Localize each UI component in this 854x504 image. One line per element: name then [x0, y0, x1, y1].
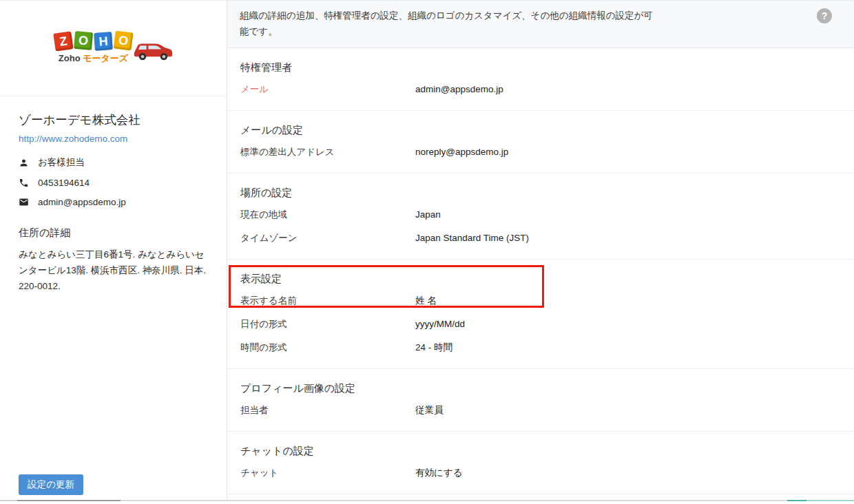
- section-profile-image-settings: プロフィール画像の設定 担当者 従業員: [227, 369, 854, 432]
- row-label: チャット: [240, 467, 415, 479]
- section-locale-settings: 場所の設定 現在の地域 Japan タイムゾーン Japan Standard …: [227, 174, 854, 260]
- scrollbar-track-right: [121, 500, 787, 501]
- row-label: 日付の形式: [240, 318, 415, 330]
- settings-row: タイムゾーン Japan Standard Time (JST): [240, 227, 841, 250]
- settings-row: 担当者 従業員: [240, 399, 841, 422]
- mail-icon: [19, 197, 29, 207]
- section-title: 場所の設定: [240, 180, 841, 203]
- car-icon: [132, 38, 174, 64]
- section-display-settings: 表示設定 表示する名前 姓 名 日付の形式 yyyy/MM/dd 時間の形式 2…: [227, 260, 854, 369]
- logo-block-o2: O: [114, 30, 134, 50]
- contact-row-person: お客様担当: [19, 156, 208, 169]
- company-info-panel: ゾーホーデモ株式会社 http://www.zohodemo.com お客様担当…: [0, 96, 227, 295]
- scrollbar-teal-light-segment: [806, 500, 854, 501]
- settings-row: 標準の差出人アドレス noreply@appsdemo.jp: [240, 140, 841, 164]
- phone-icon: [19, 178, 29, 188]
- row-label: 担当者: [240, 404, 415, 417]
- organization-settings-panel: 組織の詳細の追加、特権管理者の設定、組織のロゴのカスタマイズ、その他の組織情報の…: [227, 1, 854, 501]
- row-label: 表示する名前: [240, 295, 415, 307]
- app-window: Z O H O Zoho モーターズ: [0, 0, 854, 501]
- logo-block-h: H: [94, 32, 113, 51]
- horizontal-scrollbar: [0, 500, 854, 501]
- row-value: noreply@appsdemo.jp: [415, 147, 508, 157]
- contact-row-email: admin@appsdemo.jp: [19, 197, 208, 207]
- row-value: 24 - 時間: [415, 342, 452, 354]
- row-value: 有効にする: [415, 467, 462, 479]
- logo-area: Z O H O Zoho モーターズ: [0, 1, 227, 96]
- settings-row: メール admin@appsdemo.jp: [240, 78, 841, 101]
- contact-email-text: admin@appsdemo.jp: [38, 197, 126, 207]
- address-text: みなとみらい三丁目6番1号. みなとみらいセンタービル13階. 横浜市西区. 神…: [19, 246, 208, 295]
- logo-brand-suffix-text: モーターズ: [83, 53, 128, 63]
- section-title: 表示設定: [240, 266, 841, 289]
- section-mail-settings: メールの設定 標準の差出人アドレス noreply@appsdemo.jp: [227, 111, 854, 174]
- person-icon: [19, 158, 29, 168]
- contact-row-phone: 0453194614: [19, 178, 208, 188]
- row-value: 姓 名: [415, 295, 437, 307]
- section-title: メールの設定: [240, 117, 841, 140]
- section-title: チャットの設定: [240, 438, 841, 461]
- settings-row: チャット 有効にする: [240, 461, 841, 485]
- contact-phone-text: 0453194614: [38, 178, 90, 188]
- row-value: yyyy/MM/dd: [415, 319, 465, 329]
- company-name: ゾーホーデモ株式会社: [19, 112, 208, 128]
- logo-brand-text: Zoho: [59, 53, 81, 63]
- scrollbar-track-left: [0, 500, 17, 501]
- row-label-email-link[interactable]: メール: [240, 83, 415, 96]
- logo-block-z: Z: [53, 31, 73, 51]
- settings-row: 日付の形式 yyyy/MM/dd: [240, 313, 841, 336]
- zoho-motors-logo: Z O H O Zoho モーターズ: [54, 32, 172, 65]
- logo-letter-blocks: Z O H O: [54, 32, 132, 50]
- row-label: 時間の形式: [240, 342, 415, 354]
- logo-wordmark: Zoho モーターズ: [54, 52, 132, 65]
- section-title: プロフィール画像の設定: [240, 375, 841, 399]
- settings-row: 現在の地域 Japan: [240, 203, 841, 227]
- row-value: Japan: [415, 209, 441, 220]
- section-title: 特権管理者: [240, 54, 841, 78]
- sidebar: Z O H O Zoho モーターズ: [0, 1, 227, 501]
- row-label: タイムゾーン: [240, 232, 415, 244]
- scrollbar-teal-segment: [787, 500, 806, 501]
- address-section-title: 住所の詳細: [19, 227, 208, 240]
- row-value: 従業員: [415, 404, 444, 417]
- settings-row: 表示する名前 姓 名: [240, 289, 841, 313]
- section-chat-settings: チャットの設定 チャット 有効にする: [227, 432, 854, 494]
- company-website-link[interactable]: http://www.zohodemo.com: [19, 134, 208, 144]
- row-label: 標準の差出人アドレス: [240, 146, 415, 158]
- description-bar: 組織の詳細の追加、特権管理者の設定、組織のロゴのカスタマイズ、その他の組織情報の…: [227, 1, 854, 48]
- section-super-admin: 特権管理者 メール admin@appsdemo.jp: [227, 48, 854, 111]
- scrollbar-thumb[interactable]: [17, 500, 121, 501]
- contact-person-text: お客様担当: [38, 156, 85, 169]
- description-text: 組織の詳細の追加、特権管理者の設定、組織のロゴのカスタマイズ、その他の組織情報の…: [240, 8, 653, 40]
- help-icon[interactable]: ?: [817, 8, 832, 23]
- settings-row: 時間の形式 24 - 時間: [240, 336, 841, 359]
- row-value: admin@appsdemo.jp: [415, 84, 503, 94]
- row-label: 現在の地域: [240, 209, 415, 221]
- logo-block-o1: O: [74, 30, 93, 50]
- row-value: Japan Standard Time (JST): [415, 233, 529, 243]
- update-settings-button[interactable]: 設定の更新: [19, 474, 83, 495]
